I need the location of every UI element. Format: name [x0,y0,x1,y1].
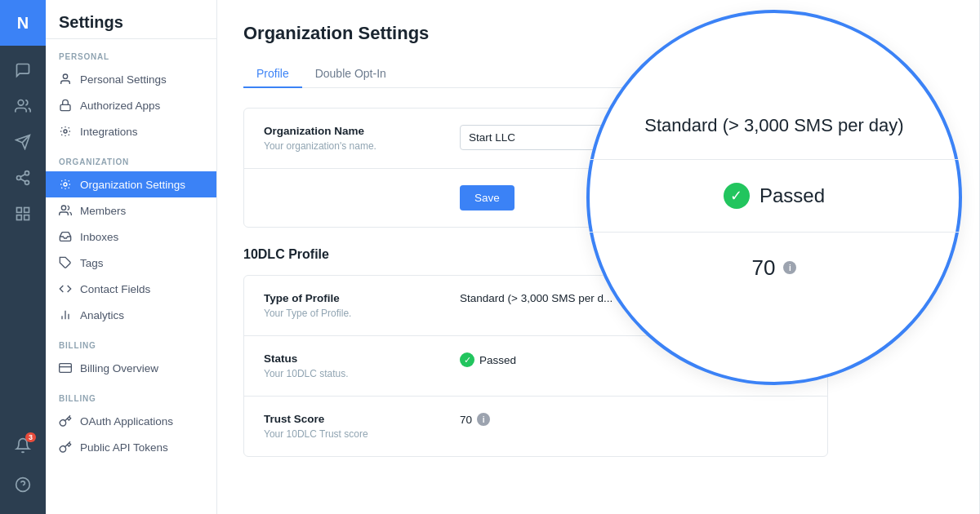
svg-rect-11 [24,215,29,220]
svg-point-4 [17,176,21,180]
sidebar-item-public-api-tokens[interactable]: Public API Tokens [46,434,216,460]
svg-rect-15 [60,104,70,110]
sidebar-item-personal-settings[interactable]: Personal Settings [46,66,216,92]
org-section-label: ORGANIZATION [46,144,216,171]
sidebar-item-authorized-apps[interactable]: Authorized Apps [46,92,216,118]
trust-value: 70 i [460,413,490,426]
svg-point-17 [64,183,67,186]
tab-profile[interactable]: Profile [243,60,302,88]
svg-line-6 [20,179,25,181]
icon-bar: N 3 [0,0,46,514]
svg-line-7 [20,174,25,176]
sidebar-item-contact-fields[interactable]: Contact Fields [46,276,216,302]
svg-rect-10 [17,215,22,220]
sidebar-item-members[interactable]: Members [46,197,216,224]
svg-point-5 [25,180,29,184]
svg-point-0 [18,100,24,106]
sidebar: Settings PERSONAL Personal Settings Auth… [46,0,217,514]
sidebar-item-integrations[interactable]: Integrations [46,118,216,144]
org-name-control [460,125,808,150]
svg-point-16 [64,130,67,133]
dlc-card: Type of Profile Your Type of Profile. St… [243,275,828,457]
send-nav-icon[interactable] [7,126,39,158]
trust-info-icon[interactable]: i [477,413,490,426]
main-content: Organization Settings Profile Double Opt… [217,0,980,514]
status-label: Status [264,352,443,365]
status-value: ✓ Passed [460,352,516,367]
help-icon[interactable] [7,468,39,501]
notification-icon[interactable]: 3 [7,429,39,462]
page-title: Organization Settings [243,23,828,44]
type-desc: Your Type of Profile. [264,308,443,319]
status-check-icon: ✓ [460,352,474,367]
status-row: Status Your 10DLC status. ✓ Passed [244,336,827,397]
type-row: Type of Profile Your Type of Profile. St… [244,276,827,336]
trust-row: Trust Score Your 10DLC Trust score 70 i [244,397,827,456]
chat-nav-icon[interactable] [7,54,39,86]
org-name-desc: Your organization's name. [264,140,443,152]
org-name-row: Organization Name Your organization's na… [244,109,827,169]
svg-rect-23 [60,364,72,373]
personal-section-label: PERSONAL [46,39,216,66]
type-label: Type of Profile [264,292,443,304]
org-name-label: Organization Name Your organization's na… [264,125,443,152]
save-button[interactable]: Save [460,185,514,210]
billing2-section-label: BILLING [46,381,216,408]
icon-bar-items [0,46,46,429]
tab-double-opt-in[interactable]: Double Opt-In [302,60,399,88]
svg-point-18 [61,206,65,210]
team-nav-icon[interactable] [7,90,39,122]
trust-label: Trust Score [264,413,443,425]
sidebar-item-tags[interactable]: Tags [46,250,216,276]
sidebar-item-inboxes[interactable]: Inboxes [46,224,216,250]
icon-bar-bottom: 3 [7,429,39,514]
status-desc: Your 10DLC status. [264,368,443,379]
tabs: Profile Double Opt-In [243,60,828,88]
billing-section-label: BILLING [46,328,216,355]
save-row: Save [244,169,827,227]
grid-nav-icon[interactable] [7,197,39,230]
share-nav-icon[interactable] [7,162,39,194]
notification-badge: 3 [25,432,36,442]
svg-point-3 [25,171,29,175]
sidebar-item-analytics[interactable]: Analytics [46,302,216,328]
app-logo[interactable]: N [0,0,46,46]
svg-rect-9 [24,208,29,213]
org-name-input[interactable] [460,125,623,150]
svg-point-14 [63,74,67,78]
type-value: Standard (> 3,000 SMS per d... [460,292,612,304]
sidebar-item-oauth-applications[interactable]: OAuth Applications [46,408,216,434]
dlc-section-title: 10DLC Profile [243,247,828,262]
svg-rect-8 [17,208,22,213]
sidebar-title: Settings [46,0,216,39]
trust-desc: Your 10DLC Trust score [264,428,443,440]
org-name-card: Organization Name Your organization's na… [243,108,828,228]
org-name-title: Organization Name [264,125,443,137]
sidebar-item-billing-overview[interactable]: Billing Overview [46,355,216,381]
sidebar-item-organization-settings[interactable]: Organization Settings [46,171,216,197]
